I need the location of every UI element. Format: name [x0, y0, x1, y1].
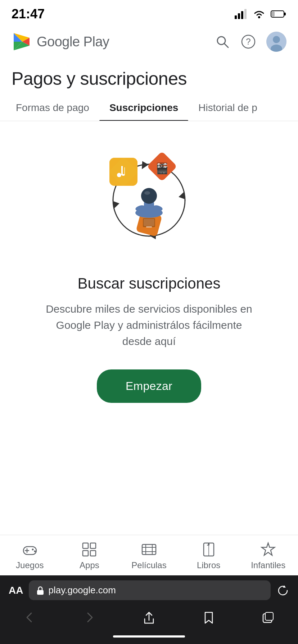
svg-rect-52: [83, 543, 88, 548]
wifi-icon: [253, 9, 266, 19]
share-icon: [142, 610, 156, 625]
nav-item-infantiles[interactable]: Infantiles: [238, 542, 298, 570]
svg-point-46: [144, 191, 150, 195]
signal-icon: [235, 9, 248, 19]
svg-point-4: [258, 16, 260, 18]
svg-point-28: [117, 173, 121, 177]
nav-label-peliculas: Películas: [131, 560, 166, 570]
tabs-icon: [261, 610, 275, 625]
avatar[interactable]: [266, 32, 286, 52]
home-bar: [113, 635, 185, 638]
nav-item-apps[interactable]: Apps: [60, 542, 119, 570]
svg-rect-7: [272, 12, 275, 17]
svg-rect-29: [121, 166, 123, 175]
svg-rect-35: [158, 166, 160, 168]
svg-marker-19: [139, 161, 148, 171]
font-size-button[interactable]: AA: [9, 585, 23, 596]
svg-point-50: [32, 549, 33, 551]
svg-rect-34: [164, 163, 166, 165]
start-button[interactable]: Empezar: [97, 369, 201, 403]
nav-item-peliculas[interactable]: Películas: [119, 542, 179, 570]
forward-icon: [82, 610, 96, 625]
svg-rect-6: [284, 13, 286, 15]
svg-marker-16: [179, 190, 188, 199]
share-button[interactable]: [142, 610, 156, 625]
url-bar[interactable]: play.google.com: [29, 580, 271, 600]
tabs-button[interactable]: [261, 610, 275, 625]
nav-label-juegos: Juegos: [16, 560, 44, 570]
svg-rect-2: [241, 11, 243, 19]
page-title: Pagos y suscripciones: [12, 68, 286, 89]
main-content: ♪ ♩ 🎬: [0, 121, 298, 535]
svg-rect-3: [244, 9, 247, 19]
svg-rect-54: [83, 551, 88, 556]
nav-item-juegos[interactable]: Juegos: [0, 542, 60, 570]
svg-point-51: [34, 551, 36, 552]
svg-point-14: [273, 36, 280, 43]
svg-point-45: [141, 188, 157, 204]
tabs-container: Formas de pago Suscripciones Historial d…: [0, 95, 298, 121]
bottom-nav: Juegos Apps Películas Libros: [0, 535, 298, 575]
help-icon: ?: [241, 34, 256, 49]
games-icon: [22, 542, 38, 557]
tab-suscripciones[interactable]: Suscripciones: [99, 95, 188, 121]
kids-icon: [260, 542, 276, 557]
svg-rect-56: [142, 544, 156, 555]
help-button[interactable]: ?: [240, 34, 256, 50]
battery-icon: [271, 10, 286, 18]
app-name: Google Play: [37, 34, 109, 50]
url-text: play.google.com: [48, 585, 116, 596]
illustration: ♪ ♩ 🎬: [91, 143, 207, 258]
status-time: 21:47: [12, 6, 45, 22]
subscription-title: Buscar suscripciones: [78, 275, 221, 292]
subscription-illustration: ♪ ♩ 🎬: [91, 143, 207, 258]
nav-label-infantiles: Infantiles: [251, 560, 285, 570]
svg-rect-40: [146, 226, 152, 227]
svg-rect-36: [164, 166, 166, 168]
nav-item-libros[interactable]: Libros: [179, 542, 239, 570]
svg-rect-67: [265, 612, 273, 620]
subscription-description: Descubre miles de servicios disponibles …: [45, 301, 253, 349]
home-indicator: [0, 632, 298, 644]
tab-formas-pago[interactable]: Formas de pago: [6, 95, 99, 121]
page-title-section: Pagos y suscripciones: [0, 58, 298, 95]
play-logo: [12, 32, 32, 52]
bookmarks-icon: [202, 610, 216, 625]
reload-icon: [276, 584, 289, 597]
svg-rect-62: [208, 543, 209, 546]
search-button[interactable]: [215, 34, 230, 50]
back-icon: [23, 610, 37, 625]
apps-icon: [81, 542, 97, 557]
header: Google Play ?: [0, 25, 298, 58]
browser-bar: AA play.google.com: [0, 575, 298, 605]
svg-rect-0: [235, 15, 237, 19]
svg-rect-53: [90, 543, 96, 548]
books-icon: [201, 542, 217, 557]
header-actions: ?: [215, 32, 286, 52]
forward-button[interactable]: [82, 610, 96, 625]
svg-rect-64: [37, 590, 44, 595]
back-button[interactable]: [23, 610, 37, 625]
svg-marker-18: [110, 201, 119, 210]
svg-rect-1: [238, 13, 240, 19]
nav-label-apps: Apps: [80, 560, 99, 570]
status-icons: [235, 9, 286, 19]
nav-label-libros: Libros: [197, 560, 220, 570]
lock-icon: [36, 585, 45, 595]
svg-text:?: ?: [246, 37, 250, 46]
search-icon: [215, 34, 230, 49]
bottom-toolbar: [0, 605, 298, 632]
svg-rect-39: [144, 219, 154, 226]
svg-line-10: [224, 43, 228, 47]
tab-historial[interactable]: Historial de p: [188, 95, 267, 121]
status-bar: 21:47: [0, 0, 298, 25]
avatar-image: [266, 32, 286, 52]
logo-area: Google Play: [12, 32, 209, 52]
bookmarks-button[interactable]: [202, 610, 216, 625]
reload-button[interactable]: [276, 584, 289, 597]
svg-rect-33: [158, 163, 160, 165]
movies-icon: [141, 542, 157, 557]
svg-marker-63: [262, 543, 275, 555]
svg-rect-55: [90, 551, 96, 556]
